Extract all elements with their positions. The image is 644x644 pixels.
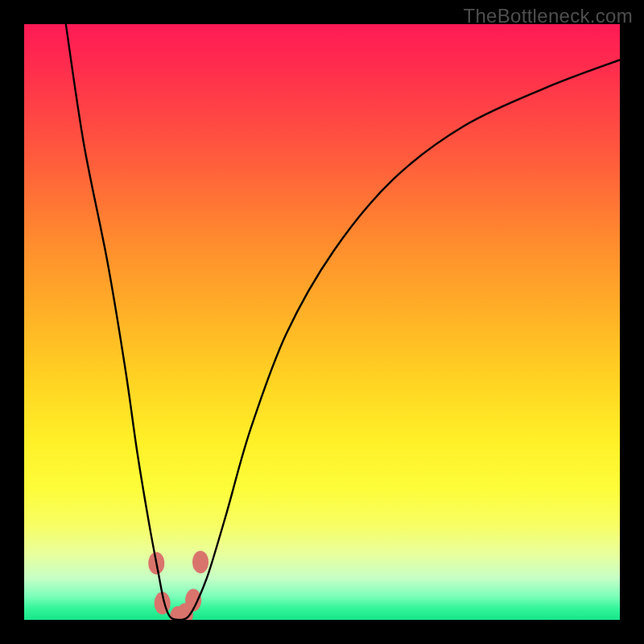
marker-group [148,551,208,620]
curve-marker [192,551,208,573]
bottleneck-curve [66,24,620,620]
plot-area [24,24,620,620]
curve-layer [24,24,620,620]
outer-frame: TheBottleneck.com [0,0,644,644]
